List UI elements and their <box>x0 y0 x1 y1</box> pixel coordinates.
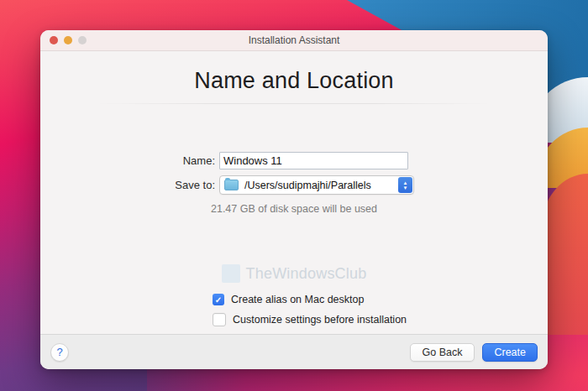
customize-settings-option[interactable]: Customize settings before installation <box>213 313 407 326</box>
create-alias-label: Create alias on Mac desktop <box>231 294 364 305</box>
installation-assistant-window: Installation Assistant Name and Location… <box>40 30 548 369</box>
dialog-content: Name and Location Name: Save to: /Users/… <box>40 51 548 334</box>
name-input[interactable] <box>219 152 408 169</box>
watermark-text: TheWindowsClub <box>246 265 367 283</box>
close-button[interactable] <box>50 36 58 44</box>
disk-space-note: 21.47 GB of disk space will be used <box>40 203 548 215</box>
name-row: Name: <box>146 152 414 169</box>
create-alias-option[interactable]: ✓ Create alias on Mac desktop <box>213 294 407 305</box>
help-button[interactable]: ? <box>50 343 69 362</box>
name-label: Name: <box>146 154 215 167</box>
chevron-down-icon: ▼ <box>403 185 408 190</box>
save-location-value: /Users/sudipmajhi/Parallels <box>244 180 371 191</box>
save-location-dropdown[interactable]: /Users/sudipmajhi/Parallels ▲ ▼ <box>219 175 414 195</box>
page-title: Name and Location <box>40 68 548 94</box>
watermark: TheWindowsClub <box>40 264 548 283</box>
options-checkboxes: ✓ Create alias on Mac desktop Customize … <box>213 294 407 334</box>
go-back-button[interactable]: Go Back <box>410 343 475 362</box>
create-button[interactable]: Create <box>482 343 538 362</box>
dialog-footer: ? Go Back Create <box>40 334 548 369</box>
save-to-label: Save to: <box>146 179 215 191</box>
customize-settings-checkbox[interactable] <box>213 313 226 326</box>
customize-settings-label: Customize settings before installation <box>233 314 407 326</box>
heading-divider <box>97 103 491 104</box>
minimize-button[interactable] <box>64 36 72 44</box>
name-location-form: Name: Save to: /Users/sudipmajhi/Paralle… <box>146 152 414 201</box>
window-title: Installation Assistant <box>249 34 340 46</box>
save-to-row: Save to: /Users/sudipmajhi/Parallels ▲ ▼ <box>146 175 414 195</box>
watermark-logo-icon <box>222 264 240 283</box>
traffic-lights <box>50 30 87 50</box>
folder-icon <box>224 180 239 190</box>
zoom-button <box>78 36 87 44</box>
create-alias-checkbox[interactable]: ✓ <box>213 294 224 305</box>
window-titlebar[interactable]: Installation Assistant <box>40 30 548 51</box>
dropdown-stepper[interactable]: ▲ ▼ <box>398 177 412 193</box>
